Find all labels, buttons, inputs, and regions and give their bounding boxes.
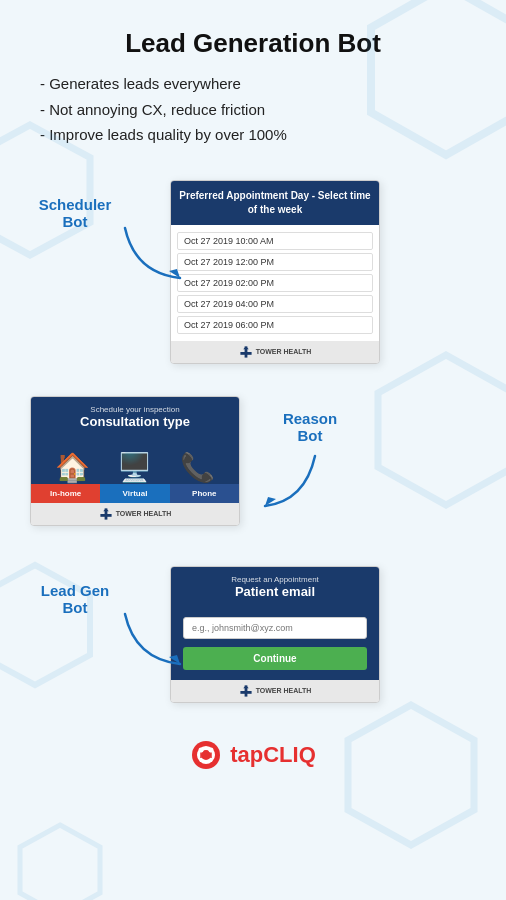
tower-health-icon	[239, 345, 253, 359]
email-input[interactable]	[183, 617, 367, 639]
consultation-card-body: 🏠 🖥️ 📞	[31, 437, 239, 484]
slot-4[interactable]: Oct 27 2019 04:00 PM	[177, 295, 373, 313]
svg-marker-0	[371, 0, 506, 155]
tapcliq-logo-icon	[190, 739, 222, 771]
virtual-btn[interactable]: Virtual	[100, 484, 169, 503]
tower-health-logo-3: TOWER HEALTH	[175, 684, 375, 698]
phone-icon: 📞	[180, 451, 215, 484]
bg-hex-5	[336, 700, 486, 850]
svg-point-21	[199, 747, 204, 752]
slot-2[interactable]: Oct 27 2019 12:00 PM	[177, 253, 373, 271]
slot-5[interactable]: Oct 27 2019 06:00 PM	[177, 316, 373, 334]
tower-health-logo-2: TOWER HEALTH	[35, 507, 235, 521]
brand-tap: tap	[230, 742, 263, 767]
leadgen-header-main: Patient email	[177, 584, 373, 599]
leadgen-header-sub: Request an Appointment	[177, 575, 373, 584]
svg-marker-9	[243, 346, 249, 349]
bg-hex-6	[10, 820, 110, 900]
scheduler-card: Preferred Appointment Day - Select time …	[170, 180, 380, 364]
consultation-card-header: Schedule your inspection Consultation ty…	[31, 397, 239, 437]
svg-rect-8	[240, 352, 251, 355]
virtual-option[interactable]: 🖥️	[117, 451, 152, 484]
reason-arrow	[250, 451, 340, 511]
brand-cliq: CLIQ	[263, 742, 316, 767]
scheduler-arrow	[105, 223, 195, 283]
svg-rect-11	[100, 514, 111, 517]
reason-bot-label: ReasonBot	[260, 404, 360, 444]
leadgen-arrow	[105, 609, 195, 669]
phone-btn[interactable]: Phone	[170, 484, 239, 503]
leadgen-card-footer: TOWER HEALTH	[171, 680, 379, 702]
svg-marker-5	[20, 825, 100, 900]
leadgen-card-body: Continue	[171, 607, 379, 680]
continue-button[interactable]: Continue	[183, 647, 367, 670]
svg-marker-4	[348, 705, 474, 845]
svg-rect-16	[240, 691, 251, 694]
tower-health-logo: TOWER HEALTH	[175, 345, 375, 359]
reason-bot-row: Schedule your inspection Consultation ty…	[0, 384, 506, 538]
reason-bot-right: ReasonBot	[240, 396, 400, 444]
inhome-btn[interactable]: In-home	[31, 484, 100, 503]
consultation-header-sub: Schedule your inspection	[37, 405, 233, 414]
inhome-option[interactable]: 🏠	[55, 451, 90, 484]
leadgen-card-header: Request an Appointment Patient email	[171, 567, 379, 607]
consultation-card: Schedule your inspection Consultation ty…	[30, 396, 240, 526]
tower-health-icon-2	[99, 507, 113, 521]
tapcliq-brand: tapCLIQ	[230, 742, 316, 768]
slot-3[interactable]: Oct 27 2019 02:00 PM	[177, 274, 373, 292]
leadgen-bot-row: Lead GenBot Request an Appointment Patie…	[0, 554, 506, 715]
consultation-header-main: Consultation type	[37, 414, 233, 429]
scheduler-bot-row: SchedulerBot Preferred Appointment Day -…	[0, 168, 506, 376]
tower-health-icon-3	[239, 684, 253, 698]
consult-btn-row: In-home Virtual Phone	[31, 484, 239, 503]
consultation-card-footer: TOWER HEALTH	[31, 503, 239, 525]
scheduler-card-footer: TOWER HEALTH	[171, 341, 379, 363]
leadgen-card: Request an Appointment Patient email Con…	[170, 566, 380, 703]
bg-hex-1	[356, 0, 506, 160]
phone-option[interactable]: 📞	[180, 451, 215, 484]
home-icon: 🏠	[55, 451, 90, 484]
consultation-card-wrapper: Schedule your inspection Consultation ty…	[30, 396, 240, 526]
scheduler-card-header: Preferred Appointment Day - Select time …	[171, 181, 379, 225]
slot-1[interactable]: Oct 27 2019 10:00 AM	[177, 232, 373, 250]
svg-marker-17	[243, 685, 249, 688]
scheduler-card-body: Oct 27 2019 10:00 AM Oct 27 2019 12:00 P…	[171, 225, 379, 341]
svg-point-22	[209, 747, 214, 752]
svg-marker-12	[103, 508, 109, 511]
virtual-icon: 🖥️	[117, 451, 152, 484]
